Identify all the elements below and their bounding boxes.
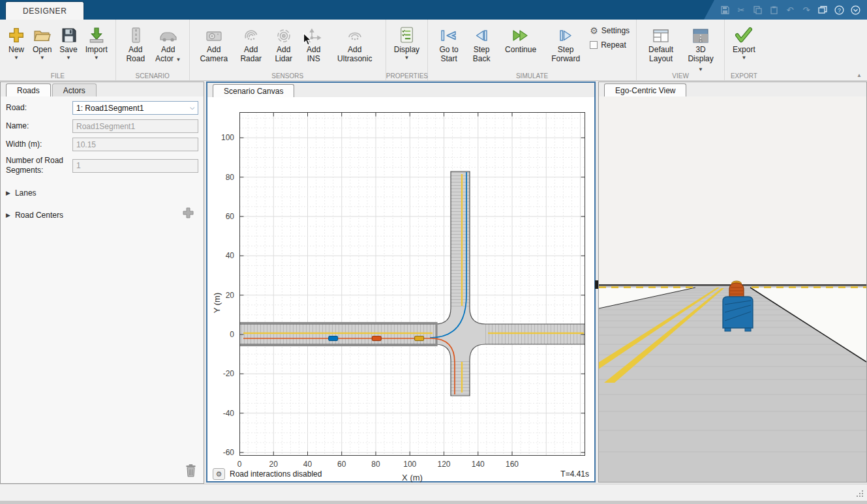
3d-display-button[interactable]: 3D Display ▼ — [681, 21, 720, 75]
vehicle-2[interactable] — [372, 336, 381, 341]
cut-icon[interactable]: ✂ — [736, 5, 746, 15]
tab-ego-centric-view[interactable]: Ego-Centric View — [604, 83, 686, 97]
window-bottom-edge — [0, 501, 867, 504]
help-icon[interactable]: ? — [834, 5, 844, 15]
repeat-checkbox[interactable]: Repeat — [590, 40, 630, 50]
driving-scenario-designer-window: DESIGNER ✂ ↶ ↷ ? — [0, 0, 867, 504]
collapse-ribbon-icon[interactable]: ▲ — [857, 72, 862, 78]
tab-scenario-canvas[interactable]: Scenario Canvas — [213, 84, 294, 98]
new-document-icon — [8, 23, 25, 44]
scenario-plot-area: Y (m) — [207, 97, 594, 481]
new-button[interactable]: New▼ — [4, 21, 29, 63]
save-floppy-icon — [61, 23, 77, 44]
go-to-start-button[interactable]: Go to Start — [432, 21, 466, 66]
name-field[interactable]: Road1Segment1 — [72, 119, 198, 133]
dropdown-caret-icon: ▼ — [85, 55, 108, 61]
ribbon-group-export: Export▼ EXPORT — [725, 20, 763, 80]
ego-vehicle-rear — [723, 297, 753, 331]
ultrasonic-icon — [346, 23, 364, 44]
open-button[interactable]: Open▼ — [29, 21, 55, 63]
expander-arrow-icon: ▶ — [6, 190, 10, 196]
export-check-icon — [735, 23, 753, 44]
step-back-icon — [473, 23, 490, 44]
export-button[interactable]: Export▼ — [729, 21, 759, 63]
left-panel-tabs: Roads Actors — [1, 82, 204, 97]
ego-vehicle[interactable] — [329, 336, 338, 341]
add-road-center-icon[interactable] — [182, 207, 194, 221]
y-tick-label: 80 — [207, 173, 234, 182]
step-forward-button[interactable]: Step Forward — [544, 21, 587, 66]
step-back-button[interactable]: Step Back — [466, 21, 497, 66]
segments-label: Number of Road Segments: — [6, 156, 72, 175]
tab-designer[interactable]: DESIGNER — [5, 1, 84, 20]
default-layout-button[interactable]: Default Layout — [641, 21, 681, 66]
open-folder-icon — [33, 23, 51, 44]
tab-actors[interactable]: Actors — [52, 83, 97, 97]
dropdown-caret-icon: ▼ — [394, 55, 419, 61]
car-icon — [159, 23, 178, 44]
continue-play-icon — [510, 23, 531, 44]
more-actions-icon[interactable] — [850, 5, 860, 15]
save-button[interactable]: Save▼ — [55, 21, 81, 63]
y-tick-label: 20 — [207, 291, 234, 300]
step-forward-icon — [557, 23, 574, 44]
dropdown-caret-icon: ▼ — [8, 55, 24, 61]
lanes-expander[interactable]: ▶ Lanes — [6, 188, 198, 198]
segments-field[interactable]: 1 — [72, 159, 198, 173]
delete-road-icon[interactable] — [185, 464, 197, 480]
ribbon-group-view: Default Layout 3D Display ▼ VIEW — [637, 20, 725, 80]
lead-vehicle-orange — [729, 281, 744, 297]
go-to-start-icon — [439, 23, 459, 44]
import-button[interactable]: Import▼ — [82, 21, 112, 63]
road-interactions-gear-icon[interactable]: ⚙ — [213, 468, 225, 480]
copy-icon[interactable] — [752, 5, 763, 15]
camera-icon — [205, 23, 223, 44]
scenario-plot[interactable] — [239, 112, 585, 458]
scenario-canvas-panel: Scenario Canvas Y (m) — [206, 82, 596, 482]
road-icon — [128, 23, 144, 44]
continue-button[interactable]: Continue — [497, 21, 544, 56]
ego-centric-view-panel: Ego-Centric View — [598, 82, 867, 482]
dropdown-caret-icon: ▼ — [698, 67, 703, 72]
svg-text:?: ? — [837, 7, 840, 13]
add-lidar-button[interactable]: Add Lidar — [268, 21, 299, 66]
add-road-button[interactable]: Add Road — [120, 21, 151, 66]
dropdown-caret-icon: ▼ — [59, 55, 77, 61]
undo-icon[interactable]: ↶ — [785, 5, 795, 15]
paste-icon[interactable] — [768, 5, 779, 15]
y-axis-label: Y (m) — [212, 277, 222, 329]
display-button[interactable]: Display▼ — [390, 21, 423, 63]
add-camera-button[interactable]: Add Camera — [194, 21, 234, 66]
group-label-sensors: SENSORS — [190, 72, 386, 80]
roads-properties-panel: Roads Actors Road: 1: Road1Segment1 ⌵ Na… — [0, 82, 204, 484]
y-tick-label: -40 — [207, 409, 234, 418]
canvas-tabs: Scenario Canvas — [207, 83, 594, 98]
group-label-view: VIEW — [637, 72, 724, 80]
width-field[interactable]: 10.15 — [72, 138, 198, 151]
road-select[interactable]: 1: Road1Segment1 ⌵ — [72, 101, 198, 115]
settings-button[interactable]: ⚙ Settings — [590, 26, 630, 35]
window-layout-icon[interactable] — [817, 5, 828, 15]
add-ultrasonic-button[interactable]: Add Ultrasonic — [328, 21, 382, 66]
panel-splitter-handle[interactable] — [595, 280, 598, 289]
chevron-down-icon: ⌵ — [190, 104, 194, 111]
layout-grid-icon — [652, 23, 670, 44]
tab-roads[interactable]: Roads — [6, 83, 51, 97]
display-checklist-icon — [398, 23, 415, 44]
ego-tabs: Ego-Centric View — [599, 82, 866, 97]
redo-icon[interactable]: ↷ — [801, 5, 812, 15]
resize-grip[interactable] — [854, 489, 864, 499]
save-icon[interactable] — [720, 5, 730, 15]
ribbon-group-properties: Display▼ PROPERTIES — [386, 20, 428, 80]
road-interactions-status: Road interactions disabled — [230, 469, 322, 479]
y-tick-label: 0 — [207, 330, 234, 339]
road-centers-expander[interactable]: ▶ Road Centers — [6, 211, 198, 220]
vehicle-3[interactable] — [415, 336, 424, 341]
ego-centric-3d-view[interactable] — [599, 96, 866, 482]
add-radar-button[interactable]: Add Radar — [234, 21, 268, 66]
3d-road-scene-icon — [692, 23, 710, 44]
canvas-status-bar: ⚙ Road interactions disabled T=4.41s — [207, 467, 594, 481]
mouse-cursor — [303, 33, 312, 49]
add-actor-button[interactable]: Add Actor ▼ — [151, 21, 185, 66]
group-label-properties: PROPERTIES — [386, 72, 427, 80]
